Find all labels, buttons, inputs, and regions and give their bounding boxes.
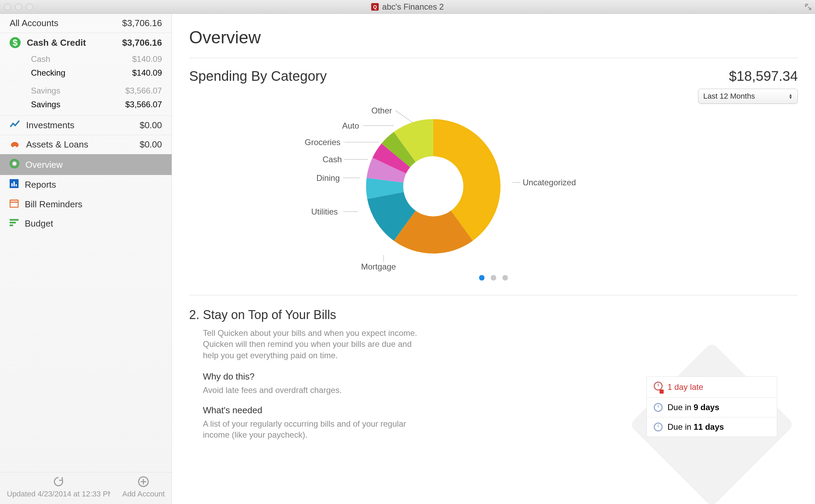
clock-icon [654,403,663,412]
sidebar-bill-reminders[interactable]: Bill Reminders [0,195,172,214]
add-account-label[interactable]: Add Account [122,490,165,498]
budget-icon [10,218,19,229]
refresh-icon[interactable] [53,476,64,487]
cash-credit-label: Cash & Credit [27,37,86,48]
close-window-button[interactable] [4,3,11,10]
spending-chart[interactable]: Uncategorized Mortgage Utilities Dining … [189,104,798,272]
sidebar-footer: Updated 4/23/2014 at 12:33 PM Add Accoun… [0,472,172,504]
all-accounts-label: All Accounts [10,18,58,29]
bill-late-text: 1 day late [667,382,703,392]
spending-total: $18,597.34 [698,68,798,84]
cash-credit-value: $3,706.16 [122,37,162,48]
chart-label-utilities: Utilities [311,207,338,217]
svg-rect-11 [10,222,16,223]
svg-rect-12 [10,224,13,226]
sidebar-budget[interactable]: Budget [0,214,172,233]
svg-point-3 [13,162,16,165]
fullscreen-icon[interactable] [805,3,812,12]
svg-rect-5 [11,183,13,186]
sidebar-checking[interactable]: Checking $140.09 [0,66,172,80]
chart-label-auto: Auto [342,121,359,131]
bill-row-due-9: Due in 9 days [646,398,777,417]
sidebar-all-accounts[interactable]: All Accounts $3,706.16 [0,14,172,33]
chart-label-groceries: Groceries [305,138,340,147]
add-account-icon[interactable] [138,476,149,487]
overview-icon [10,159,19,171]
date-range-select[interactable]: Last 12 Months ▲▼ [698,89,798,104]
main-content: Overview Spending By Category $18,597.34… [172,14,815,504]
date-range-value: Last 12 Months [703,92,755,101]
sidebar-savings-group[interactable]: Savings $3,566.07 [0,84,172,98]
chart-label-mortgage: Mortgage [361,262,396,272]
clock-icon [654,423,663,431]
clock-late-icon [654,382,663,393]
all-accounts-value: $3,706.16 [122,18,162,29]
sidebar-cash-group[interactable]: Cash $140.09 [0,52,172,66]
chart-label-other: Other [371,106,392,116]
svg-rect-6 [13,182,15,186]
sidebar-overview[interactable]: Overview [0,154,172,175]
chart-label-cash: Cash [323,155,342,164]
minimize-window-button[interactable] [15,3,22,10]
spending-title: Spending By Category [189,68,327,84]
sidebar: All Accounts $3,706.16 $ Cash & Credit $… [0,14,172,504]
chart-label-dining: Dining [316,173,340,183]
sidebar-assets-loans[interactable]: Assets & Loans $0.00 [0,135,172,154]
carousel-dot-2[interactable] [491,275,496,281]
window-titlebar: Q abc's Finances 2 [0,0,815,14]
dollar-icon: $ [10,37,21,48]
bills-preview: 1 day late Due in 9 days Due in 11 days [646,376,777,437]
svg-point-0 [12,145,14,147]
svg-rect-10 [10,219,19,221]
sidebar-investments[interactable]: Investments $0.00 [0,116,172,135]
bill-row-late: 1 day late [646,376,777,398]
car-icon [10,139,20,150]
carousel-dots [189,275,798,281]
bills-need-text: A list of your regularly occurring bills… [203,418,423,441]
svg-rect-7 [15,184,17,186]
svg-point-1 [16,145,18,147]
sidebar-savings[interactable]: Savings $3,566.07 [0,98,172,111]
bills-why-text: Avoid late fees and overdraft charges. [203,385,423,396]
bills-section-desc: Tell Quicken about your bills and when y… [203,328,423,361]
window-title: abc's Finances 2 [382,2,444,12]
sidebar-reports[interactable]: Reports [0,175,172,195]
select-arrows-icon: ▲▼ [789,94,793,99]
page-title: Overview [189,28,798,47]
bills-section-title: 2. Stay on Top of Your Bills [189,308,798,322]
chart-label-uncategorized: Uncategorized [523,178,576,187]
sidebar-cash-credit[interactable]: $ Cash & Credit $3,706.16 [0,33,172,52]
svg-rect-8 [10,200,18,207]
updated-text: Updated 4/23/2014 at 12:33 PM [7,490,110,498]
calendar-icon [10,199,19,210]
window-controls [4,3,33,10]
carousel-dot-1[interactable] [479,275,485,281]
investments-icon [10,120,20,131]
donut-chart[interactable] [354,107,512,265]
bill-row-due-11: Due in 11 days [646,417,777,437]
reports-icon [10,179,19,190]
zoom-window-button[interactable] [26,3,33,10]
carousel-dot-3[interactable] [502,275,508,281]
app-badge-icon: Q [371,3,379,11]
